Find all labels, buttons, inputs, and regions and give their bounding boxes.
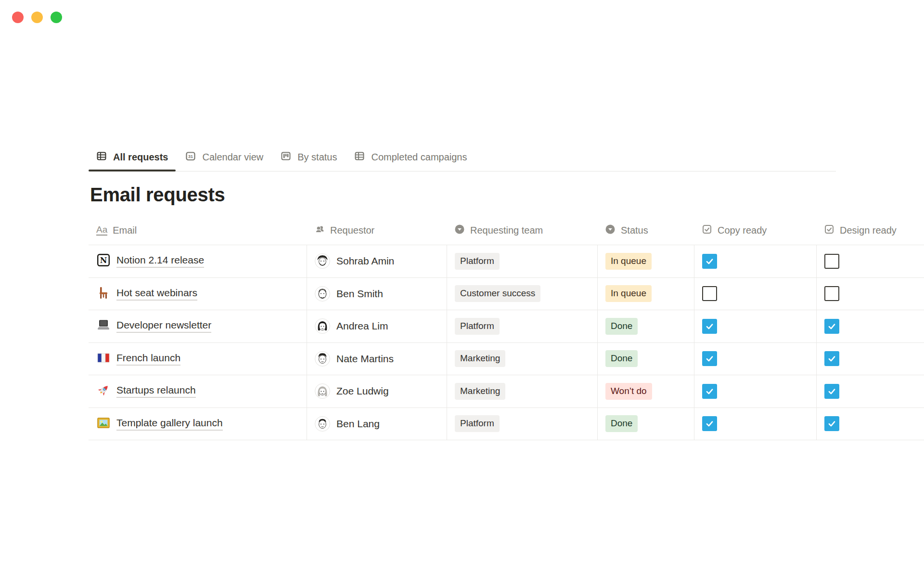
status-tag[interactable]: Done (605, 350, 638, 367)
design-ready-cell[interactable] (816, 375, 924, 407)
person-name: Ben Smith (336, 288, 383, 300)
close-button[interactable] (12, 12, 24, 23)
requesting-team-cell[interactable]: Platform (447, 245, 597, 277)
page-link[interactable]: Template gallery launch (96, 416, 223, 432)
email-cell[interactable]: Developer newsletter (89, 310, 307, 342)
design-ready-cell[interactable] (816, 408, 924, 440)
column-header-design-ready[interactable]: Design ready (816, 224, 924, 237)
tab-all-requests[interactable]: All requests (89, 143, 176, 171)
copy-ready-checkbox[interactable] (702, 351, 717, 366)
page-link[interactable]: N Notion 2.14 release (96, 253, 204, 269)
requesting-team-cell[interactable]: Marketing (447, 375, 597, 407)
table-body: N Notion 2.14 release Sohrab Amin Platfo… (89, 245, 924, 440)
email-cell[interactable]: Template gallery launch (89, 408, 307, 440)
design-ready-checkbox[interactable] (824, 416, 839, 431)
page-title-text: French launch (116, 352, 180, 366)
status-cell[interactable]: Done (597, 343, 694, 375)
column-header-requestor[interactable]: Requestor (307, 224, 447, 237)
requesting-team-cell[interactable]: Platform (447, 310, 597, 342)
table-row: N Notion 2.14 release Sohrab Amin Platfo… (89, 245, 924, 277)
copy-ready-cell[interactable] (694, 310, 816, 342)
status-tag[interactable]: Won’t do (605, 383, 652, 400)
column-label: Email (113, 225, 137, 236)
team-tag[interactable]: Platform (455, 253, 500, 270)
copy-ready-cell[interactable] (694, 278, 816, 310)
status-tag[interactable]: Done (605, 318, 638, 335)
team-tag[interactable]: Platform (455, 415, 500, 432)
requesting-team-cell[interactable]: Marketing (447, 343, 597, 375)
svg-text:N: N (100, 256, 107, 265)
requestor-cell[interactable]: Andrea Lim (307, 310, 447, 342)
copy-ready-checkbox[interactable] (702, 384, 717, 399)
minimize-button[interactable] (31, 12, 43, 23)
copy-ready-cell[interactable] (694, 408, 816, 440)
design-ready-cell[interactable] (816, 245, 924, 277)
tab-calendar-view[interactable]: 31 Calendar view (178, 143, 271, 171)
chair-icon (96, 286, 111, 302)
design-ready-cell[interactable] (816, 343, 924, 375)
table-row: Template gallery launch Ben Lang Platfor… (89, 407, 924, 440)
column-header-status[interactable]: Status (597, 224, 694, 237)
select-icon (454, 224, 465, 237)
team-tag[interactable]: Marketing (455, 350, 505, 367)
team-tag[interactable]: Platform (455, 318, 500, 335)
requestor-cell[interactable]: Nate Martins (307, 343, 447, 375)
table-view-icon (96, 151, 107, 164)
copy-ready-cell[interactable] (694, 245, 816, 277)
page-title-text: Notion 2.14 release (116, 254, 204, 268)
design-ready-cell[interactable] (816, 278, 924, 310)
copy-ready-checkbox[interactable] (702, 416, 717, 431)
table-row: Startups relaunch Zoe Ludwig Marketing W… (89, 375, 924, 407)
page-title[interactable]: Email requests (90, 183, 225, 206)
requestor-cell[interactable]: Ben Lang (307, 408, 447, 440)
design-ready-checkbox[interactable] (824, 319, 839, 334)
email-cell[interactable]: Hot seat webinars (89, 278, 307, 310)
status-cell[interactable]: In queue (597, 278, 694, 310)
status-cell[interactable]: In queue (597, 245, 694, 277)
requestor-cell[interactable]: Zoe Ludwig (307, 375, 447, 407)
tab-by-status[interactable]: By status (273, 143, 345, 171)
page-link[interactable]: Hot seat webinars (96, 286, 197, 302)
table-row: French launch Nate Martins Marketing Don… (89, 342, 924, 375)
status-tag[interactable]: Done (605, 415, 638, 432)
column-header-email[interactable]: Aa Email (89, 225, 307, 236)
team-tag[interactable]: Marketing (455, 383, 505, 400)
design-ready-checkbox[interactable] (824, 254, 839, 269)
status-tag[interactable]: In queue (605, 253, 652, 270)
table-view-icon (354, 151, 365, 164)
page-link[interactable]: French launch (96, 351, 180, 367)
email-cell[interactable]: French launch (89, 343, 307, 375)
calendar-view-icon: 31 (185, 151, 196, 164)
design-ready-cell[interactable] (816, 310, 924, 342)
tab-completed-campaigns[interactable]: Completed campaigns (346, 143, 475, 171)
copy-ready-cell[interactable] (694, 375, 816, 407)
team-tag[interactable]: Customer success (455, 285, 540, 302)
status-cell[interactable]: Done (597, 408, 694, 440)
flag-france-icon (96, 351, 111, 367)
page-title-text: Startups relaunch (116, 384, 196, 398)
requestor-cell[interactable]: Ben Smith (307, 278, 447, 310)
status-tag[interactable]: In queue (605, 285, 652, 302)
email-cell[interactable]: Startups relaunch (89, 375, 307, 407)
copy-ready-checkbox[interactable] (702, 319, 717, 334)
zoom-button[interactable] (51, 12, 62, 23)
column-header-requesting-team[interactable]: Requesting team (447, 224, 597, 237)
page-link[interactable]: Developer newsletter (96, 318, 211, 334)
requestor-cell[interactable]: Sohrab Amin (307, 245, 447, 277)
copy-ready-checkbox[interactable] (702, 286, 717, 301)
design-ready-checkbox[interactable] (824, 286, 839, 301)
requesting-team-cell[interactable]: Customer success (447, 278, 597, 310)
design-ready-checkbox[interactable] (824, 384, 839, 399)
email-cell[interactable]: N Notion 2.14 release (89, 245, 307, 277)
person-name: Sohrab Amin (336, 255, 394, 267)
copy-ready-cell[interactable] (694, 343, 816, 375)
column-label: Design ready (840, 225, 897, 236)
status-cell[interactable]: Won’t do (597, 375, 694, 407)
status-cell[interactable]: Done (597, 310, 694, 342)
page-link[interactable]: Startups relaunch (96, 383, 196, 399)
page-title-text: Hot seat webinars (116, 287, 197, 301)
design-ready-checkbox[interactable] (824, 351, 839, 366)
column-header-copy-ready[interactable]: Copy ready (694, 224, 816, 237)
requesting-team-cell[interactable]: Platform (447, 408, 597, 440)
copy-ready-checkbox[interactable] (702, 254, 717, 269)
